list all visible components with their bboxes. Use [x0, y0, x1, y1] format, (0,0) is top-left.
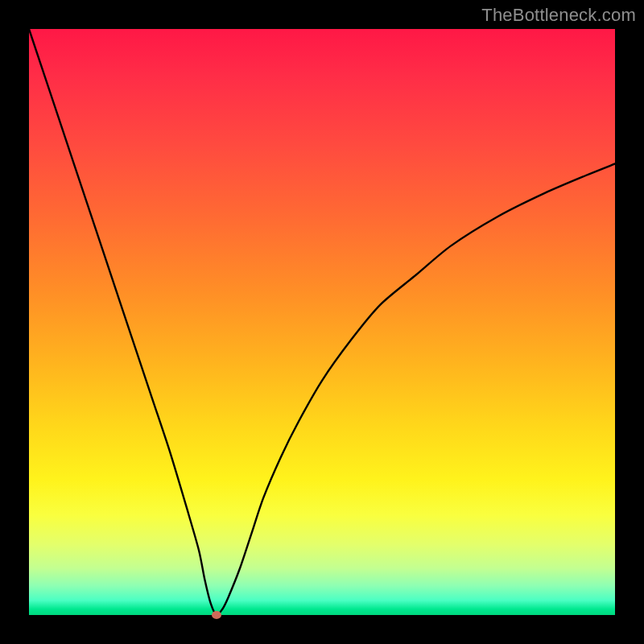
plot-area [29, 29, 615, 615]
optimum-marker [212, 611, 221, 619]
curve-svg [29, 29, 615, 615]
chart-frame: TheBottleneck.com [0, 0, 644, 644]
watermark-text: TheBottleneck.com [481, 5, 636, 26]
bottleneck-curve [29, 29, 615, 615]
